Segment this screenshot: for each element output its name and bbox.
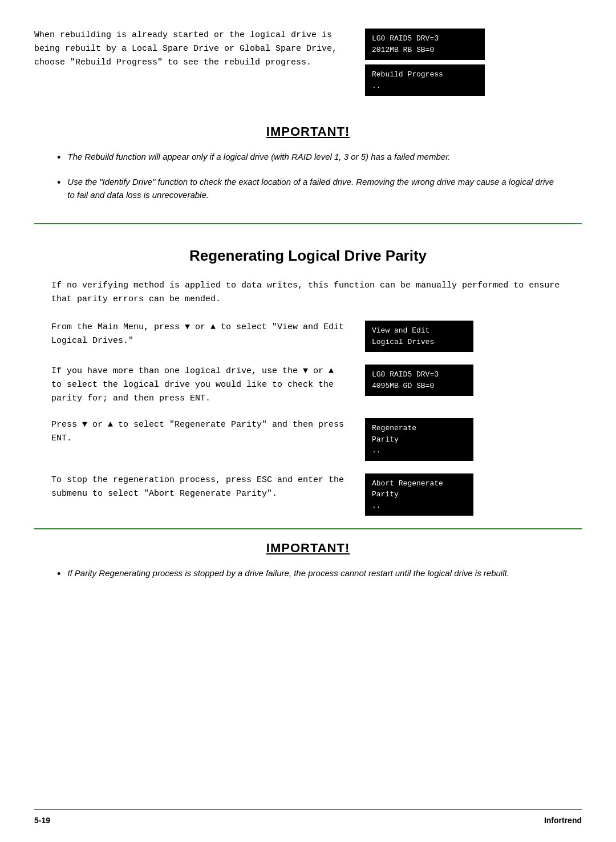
instruction-text-1: From the Main Menu, press ▼ or ▲ to sele… [51, 321, 365, 348]
regen-heading: Regenerating Logical Drive Parity [34, 247, 582, 265]
instruction-panel-4: Abort Regenerate Parity .. [365, 473, 473, 516]
footer: 5-19 Infortrend [34, 809, 582, 825]
instruction-text-3: Press ▼ or ▲ to select "Regenerate Parit… [51, 418, 365, 446]
view-edit-line2: Logical Drives [372, 337, 467, 348]
important-section-2: IMPORTANT! If Parity Regenerating proces… [34, 528, 582, 582]
rebuild-progress-panel: Rebuild Progress .. [365, 64, 485, 96]
regen-intro: If no verifying method is applied to dat… [34, 279, 582, 306]
top-description-text: When rebuilding is already started or th… [34, 29, 365, 96]
important-bullet-list-2: If Parity Regenerating process is stoppe… [34, 567, 582, 582]
regen-parity-line3: .. [372, 445, 467, 456]
rebuild-progress-line1: Rebuild Progress [372, 69, 478, 80]
important-bullet-1: The Rebuild function will appear only if… [57, 151, 559, 165]
brand-name: Infortrend [544, 816, 582, 825]
important-section-1: IMPORTANT! The Rebuild function will app… [34, 113, 582, 224]
important-title-2: IMPORTANT! [34, 541, 582, 556]
regenerate-parity-panel: Regenerate Parity .. [365, 418, 473, 461]
top-section: When rebuilding is already started or th… [34, 23, 582, 96]
important-bullet-2: Use the "Identify Drive" function to che… [57, 176, 559, 201]
abort-regen-line1: Abort Regenerate [372, 478, 467, 489]
important-bullet-list-1: The Rebuild function will appear only if… [34, 151, 582, 201]
rebuild-progress-line2: .. [372, 80, 478, 92]
regen-parity-line1: Regenerate [372, 423, 467, 434]
instruction-panel-3: Regenerate Parity .. [365, 418, 473, 461]
instruction-text-4: To stop the regeneration process, press … [51, 473, 365, 501]
top-ui-panels: LG0 RAID5 DRV=3 2012MB RB SB=0 Rebuild P… [365, 29, 485, 96]
regen-parity-line2: Parity [372, 434, 467, 446]
lg0-raid5-line2: 4095MB GD SB=0 [372, 380, 467, 392]
page-number: 5-19 [34, 816, 50, 825]
view-edit-panel: View and Edit Logical Drives [365, 321, 473, 352]
raid-status-panel: LG0 RAID5 DRV=3 2012MB RB SB=0 [365, 29, 485, 60]
lg0-raid5-panel: LG0 RAID5 DRV=3 4095MB GD SB=0 [365, 365, 473, 396]
important-title-1: IMPORTANT! [34, 124, 582, 139]
page: When rebuilding is already started or th… [0, 0, 616, 842]
abort-regen-line2: Parity [372, 489, 467, 500]
view-edit-line1: View and Edit [372, 325, 467, 337]
instruction-panel-1: View and Edit Logical Drives [365, 321, 473, 352]
abort-regen-panel: Abort Regenerate Parity .. [365, 473, 473, 516]
raid-status-line2: 2012MB RB SB=0 [372, 44, 478, 56]
instruction-row-2: If you have more than one logical drive,… [34, 365, 582, 406]
instruction-row-1: From the Main Menu, press ▼ or ▲ to sele… [34, 321, 582, 352]
lg0-raid5-line1: LG0 RAID5 DRV=3 [372, 369, 467, 380]
instruction-panel-2: LG0 RAID5 DRV=3 4095MB GD SB=0 [365, 365, 473, 396]
important-bullet-3: If Parity Regenerating process is stoppe… [57, 567, 559, 582]
abort-regen-line3: .. [372, 500, 467, 512]
instruction-row-4: To stop the regeneration process, press … [34, 473, 582, 516]
regen-section: Regenerating Logical Drive Parity If no … [34, 241, 582, 582]
instruction-row-3: Press ▼ or ▲ to select "Regenerate Parit… [34, 418, 582, 461]
instruction-text-2: If you have more than one logical drive,… [51, 365, 365, 406]
raid-status-line1: LG0 RAID5 DRV=3 [372, 33, 478, 44]
